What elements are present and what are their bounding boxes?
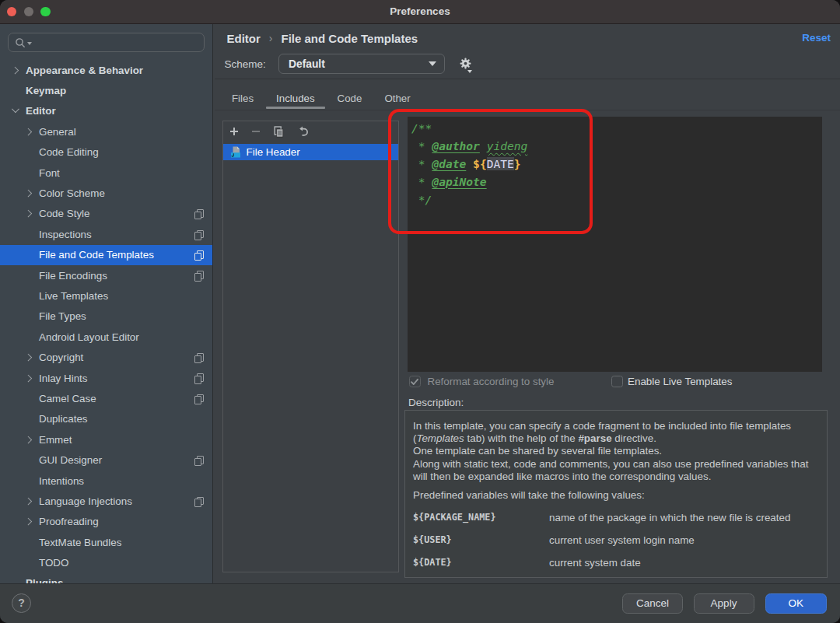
- copy-settings-icon: [194, 209, 203, 219]
- enable-live-templates-checkbox[interactable]: [611, 376, 623, 387]
- description-segment: directive.: [612, 432, 656, 444]
- window-title: Preferences: [0, 0, 840, 23]
- sidebar-item-duplicates[interactable]: Duplicates: [0, 409, 213, 429]
- remove-icon[interactable]: [250, 125, 262, 138]
- code-segment-cmt: [480, 139, 487, 152]
- sidebar-item-file-and-code-templates[interactable]: File and Code Templates: [0, 245, 213, 265]
- enable-live-templates-label[interactable]: Enable Live Templates: [628, 376, 733, 388]
- revert-icon[interactable]: [296, 125, 309, 138]
- scheme-select[interactable]: Default: [278, 54, 445, 74]
- sidebar-item-label: Appearance & Behavior: [26, 65, 143, 76]
- chevron-spacer: [24, 332, 33, 341]
- chevron-right-icon[interactable]: [24, 353, 33, 362]
- reformat-checkbox-label[interactable]: Reformat according to style: [428, 376, 555, 388]
- sidebar-item-file-types[interactable]: File Types: [0, 306, 213, 327]
- sidebar-item-label: File and Code Templates: [39, 249, 154, 261]
- sidebar-item-label: File Types: [39, 310, 86, 322]
- sidebar-item-gui-designer[interactable]: GUI Designer: [0, 450, 213, 470]
- description-text: In this template, you can specify a code…: [413, 420, 819, 502]
- reformat-checkbox[interactable]: [409, 376, 421, 387]
- sidebar-item-keymap[interactable]: Keymap: [0, 80, 213, 100]
- sidebar-item-todo[interactable]: TODO: [0, 552, 213, 572]
- tab-code[interactable]: Code: [327, 86, 373, 110]
- sidebar-item-appearance-behavior[interactable]: Appearance & Behavior: [0, 60, 213, 80]
- description-line: In this template, you can specify a code…: [413, 420, 819, 432]
- sidebar-item-proofreading[interactable]: Proofreading: [0, 512, 213, 532]
- chevron-spacer: [24, 394, 33, 403]
- chevron-spacer: [24, 456, 33, 465]
- chevron-right-icon[interactable]: [11, 65, 20, 75]
- chevron-right-icon[interactable]: [24, 373, 33, 383]
- code-line: * @author yideng: [411, 137, 822, 155]
- duplicate-icon[interactable]: [272, 125, 285, 138]
- reset-link[interactable]: Reset: [802, 32, 831, 44]
- sidebar-item-copyright[interactable]: Copyright: [0, 347, 213, 367]
- description-segment: Templates: [416, 432, 464, 444]
- chevron-right-icon[interactable]: [24, 435, 33, 444]
- template-item-label: File Header: [247, 146, 300, 158]
- sidebar-item-code-editing[interactable]: Code Editing: [0, 142, 213, 163]
- sidebar-item-label: Plugins: [26, 577, 63, 583]
- chevron-spacer: [24, 148, 33, 157]
- sidebar-item-label: Emmet: [39, 434, 72, 446]
- sidebar-item-emmet[interactable]: Emmet: [0, 429, 213, 450]
- breadcrumb-separator-icon: ›: [269, 32, 273, 45]
- ok-button[interactable]: OK: [765, 593, 828, 614]
- scheme-actions-button[interactable]: [460, 58, 475, 75]
- sidebar-item-file-encodings[interactable]: File Encodings: [0, 265, 213, 285]
- code-segment-tag: @author: [432, 139, 480, 152]
- sidebar-item-font[interactable]: Font: [0, 163, 213, 183]
- search-input[interactable]: [8, 33, 205, 52]
- footer: ? Cancel Apply OK: [0, 583, 840, 623]
- template-editor[interactable]: /** * @author yideng * @date ${DATE} * @…: [408, 117, 822, 372]
- tab-other[interactable]: Other: [374, 86, 420, 110]
- sidebar-item-textmate-bundles[interactable]: TextMate Bundles: [0, 532, 213, 552]
- sidebar-item-language-injections[interactable]: Language Injections: [0, 491, 213, 511]
- chevron-right-icon[interactable]: [24, 127, 33, 136]
- chevron-right-icon[interactable]: [24, 517, 33, 527]
- description-segment: In this template, you can specify a code…: [413, 420, 791, 432]
- sidebar-item-label: Font: [39, 167, 60, 179]
- add-icon[interactable]: [228, 125, 240, 138]
- sidebar-item-editor[interactable]: Editor: [0, 101, 213, 121]
- copy-settings-icon: [194, 456, 203, 465]
- settings-sidebar: Appearance & BehaviorKeymapEditorGeneral…: [0, 24, 213, 583]
- sidebar-item-color-scheme[interactable]: Color Scheme: [0, 183, 213, 203]
- code-segment-brace: }: [514, 157, 521, 170]
- chevron-right-icon[interactable]: [24, 209, 33, 219]
- preferences-window: Preferences Appearance & BehaviorKeymapE…: [0, 0, 840, 623]
- sidebar-item-label: Duplicates: [39, 413, 88, 425]
- sidebar-item-live-templates[interactable]: Live Templates: [0, 285, 213, 306]
- tab-files[interactable]: Files: [222, 86, 264, 110]
- chevron-right-icon[interactable]: [24, 189, 33, 198]
- copy-settings-icon: [194, 230, 203, 240]
- sidebar-item-code-style[interactable]: Code Style: [0, 204, 213, 224]
- header-separator: [215, 79, 840, 79]
- sidebar-item-label: Code Style: [39, 208, 90, 219]
- breadcrumb-editor[interactable]: Editor: [227, 32, 261, 45]
- chevron-right-icon[interactable]: [24, 496, 33, 506]
- sidebar-item-camel-case[interactable]: Camel Case: [0, 388, 213, 408]
- code-line: * @date ${DATE}: [411, 155, 822, 173]
- cancel-button[interactable]: Cancel: [622, 593, 683, 614]
- description-line: Along with static text, code and comment…: [413, 458, 819, 471]
- sidebar-item-label: GUI Designer: [39, 454, 102, 466]
- help-button[interactable]: ?: [12, 593, 31, 613]
- variable-description: current user system login name: [549, 534, 695, 546]
- sidebar-item-inspections[interactable]: Inspections: [0, 224, 213, 244]
- combo-arrow-icon: [429, 61, 436, 66]
- sidebar-item-intentions[interactable]: Intentions: [0, 471, 213, 491]
- tab-includes[interactable]: Includes: [266, 86, 325, 110]
- chevron-spacer: [24, 558, 33, 568]
- sidebar-item-android-layout-editor[interactable]: Android Layout Editor: [0, 327, 213, 347]
- search-options-arrow-icon[interactable]: [27, 42, 32, 45]
- apply-button[interactable]: Apply: [694, 593, 754, 614]
- chevron-down-icon[interactable]: [11, 107, 20, 116]
- chevron-spacer: [24, 291, 33, 300]
- description-segment: tab) with the help of the: [464, 432, 579, 444]
- sidebar-item-plugins[interactable]: Plugins: [0, 573, 213, 583]
- template-item-file-header[interactable]: File Header: [223, 144, 399, 161]
- sidebar-item-label: Proofreading: [39, 516, 99, 527]
- sidebar-item-inlay-hints[interactable]: Inlay Hints: [0, 368, 213, 388]
- sidebar-item-general[interactable]: General: [0, 121, 213, 142]
